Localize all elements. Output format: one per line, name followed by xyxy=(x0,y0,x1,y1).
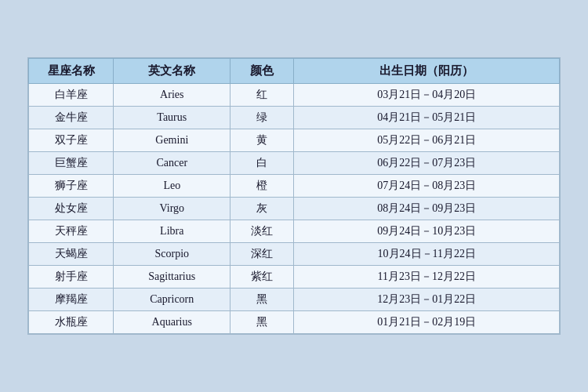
cell-date: 03月21日－04月20日 xyxy=(294,84,560,107)
cell-zh: 巨蟹座 xyxy=(29,152,114,175)
cell-en: Libra xyxy=(114,220,230,243)
cell-zh: 射手座 xyxy=(29,266,114,289)
cell-color: 白 xyxy=(230,152,294,175)
table-row: 天秤座Libra淡红09月24日－10月23日 xyxy=(29,220,560,243)
cell-zh: 白羊座 xyxy=(29,84,114,107)
cell-date: 04月21日－05月21日 xyxy=(294,107,560,129)
cell-date: 01月21日－02月19日 xyxy=(294,311,560,334)
cell-zh: 天秤座 xyxy=(29,220,114,243)
cell-date: 09月24日－10月23日 xyxy=(294,220,560,243)
cell-en: Sagittarius xyxy=(114,266,230,289)
cell-zh: 水瓶座 xyxy=(29,311,114,334)
table-row: 巨蟹座Cancer白06月22日－07月23日 xyxy=(29,152,560,175)
cell-color: 黑 xyxy=(230,311,294,334)
table-row: 天蝎座Scorpio深红10月24日－11月22日 xyxy=(29,243,560,266)
table-row: 处女座Virgo灰08月24日－09月23日 xyxy=(29,198,560,220)
zodiac-table: 星座名称 英文名称 颜色 出生日期（阳历） 白羊座Aries红03月21日－04… xyxy=(28,58,560,334)
cell-color: 红 xyxy=(230,84,294,107)
cell-en: Leo xyxy=(114,175,230,198)
cell-date: 10月24日－11月22日 xyxy=(294,243,560,266)
table-row: 摩羯座Capricorn黑12月23日－01月22日 xyxy=(29,289,560,311)
table-row: 射手座Sagittarius紫红11月23日－12月22日 xyxy=(29,266,560,289)
cell-color: 灰 xyxy=(230,198,294,220)
cell-color: 黄 xyxy=(230,129,294,152)
cell-en: Aquarius xyxy=(114,311,230,334)
cell-color: 黑 xyxy=(230,289,294,311)
cell-zh: 双子座 xyxy=(29,129,114,152)
table-row: 狮子座Leo橙07月24日－08月23日 xyxy=(29,175,560,198)
cell-en: Virgo xyxy=(114,198,230,220)
header-en: 英文名称 xyxy=(114,59,230,84)
cell-date: 07月24日－08月23日 xyxy=(294,175,560,198)
zodiac-table-container: 星座名称 英文名称 颜色 出生日期（阳历） 白羊座Aries红03月21日－04… xyxy=(27,57,561,335)
cell-date: 05月22日－06月21日 xyxy=(294,129,560,152)
cell-date: 08月24日－09月23日 xyxy=(294,198,560,220)
cell-color: 紫红 xyxy=(230,266,294,289)
header-color: 颜色 xyxy=(230,59,294,84)
cell-en: Taurus xyxy=(114,107,230,129)
header-date: 出生日期（阳历） xyxy=(294,59,560,84)
cell-en: Capricorn xyxy=(114,289,230,311)
table-row: 水瓶座Aquarius黑01月21日－02月19日 xyxy=(29,311,560,334)
cell-zh: 金牛座 xyxy=(29,107,114,129)
cell-en: Scorpio xyxy=(114,243,230,266)
cell-en: Aries xyxy=(114,84,230,107)
header-zh: 星座名称 xyxy=(29,59,114,84)
cell-color: 淡红 xyxy=(230,220,294,243)
cell-en: Gemini xyxy=(114,129,230,152)
cell-zh: 狮子座 xyxy=(29,175,114,198)
table-body: 白羊座Aries红03月21日－04月20日金牛座Taurus绿04月21日－0… xyxy=(29,84,560,334)
cell-zh: 处女座 xyxy=(29,198,114,220)
cell-date: 06月22日－07月23日 xyxy=(294,152,560,175)
cell-date: 11月23日－12月22日 xyxy=(294,266,560,289)
cell-zh: 天蝎座 xyxy=(29,243,114,266)
cell-en: Cancer xyxy=(114,152,230,175)
cell-color: 橙 xyxy=(230,175,294,198)
table-row: 金牛座Taurus绿04月21日－05月21日 xyxy=(29,107,560,129)
table-header-row: 星座名称 英文名称 颜色 出生日期（阳历） xyxy=(29,59,560,84)
table-row: 白羊座Aries红03月21日－04月20日 xyxy=(29,84,560,107)
table-row: 双子座Gemini黄05月22日－06月21日 xyxy=(29,129,560,152)
cell-date: 12月23日－01月22日 xyxy=(294,289,560,311)
cell-zh: 摩羯座 xyxy=(29,289,114,311)
cell-color: 深红 xyxy=(230,243,294,266)
cell-color: 绿 xyxy=(230,107,294,129)
